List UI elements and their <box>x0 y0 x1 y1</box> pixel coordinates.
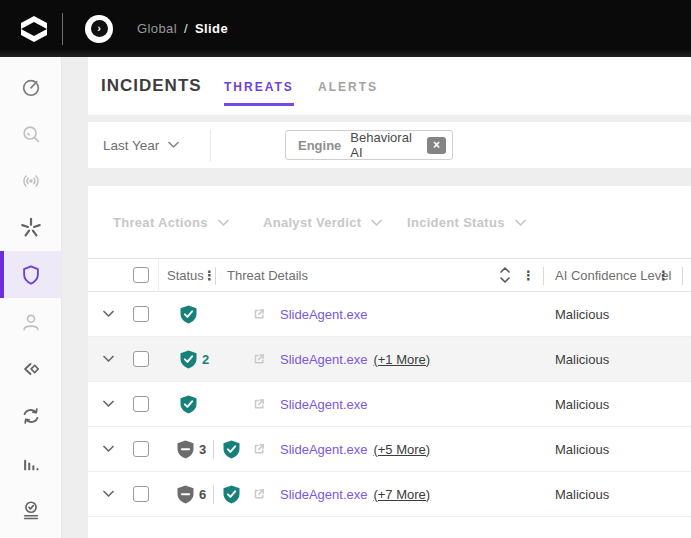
chevron-down-icon <box>515 219 526 227</box>
table-row: 2 SlideAgent.exe (+1 More) Malicious <box>88 337 691 382</box>
threat-file-link[interactable]: SlideAgent.exe <box>280 307 367 322</box>
status-mitigated-shield-icon <box>223 427 240 471</box>
breadcrumb-scope[interactable]: Global <box>137 21 177 36</box>
chip-value: Behavioral AI <box>350 130 418 160</box>
open-threat-icon[interactable] <box>252 442 266 456</box>
chip-field-label: Engine <box>298 138 341 153</box>
row-checkbox[interactable] <box>133 472 149 516</box>
confidence-value: Malicious <box>555 382 609 426</box>
table-row: SlideAgent.exe Malicious <box>88 292 691 337</box>
header-divider <box>215 267 216 285</box>
page-header-band: INCIDENTS THREATS ALERTS <box>88 57 691 115</box>
row-checkbox[interactable] <box>133 382 149 426</box>
unresolved-count: 6 <box>199 472 206 516</box>
sidebar-item-network-discovery[interactable] <box>0 157 61 204</box>
select-all-checkbox[interactable] <box>133 259 149 291</box>
sidebar-item-dashboard[interactable] <box>0 63 61 110</box>
filter-chip-engine[interactable]: Engine Behavioral AI × <box>285 130 453 160</box>
table-row: SlideAgent.exe Malicious <box>88 382 691 427</box>
scope-expand-button[interactable]: › <box>85 15 113 43</box>
sidebar-item-policies[interactable] <box>0 345 61 392</box>
status-unresolved-shield-icon <box>177 427 194 471</box>
gauge-icon <box>20 76 42 98</box>
mitigated-count: 2 <box>202 337 209 381</box>
unresolved-count: 3 <box>199 427 206 471</box>
sort-icon[interactable] <box>500 259 510 291</box>
sidebar-item-singularity[interactable] <box>0 204 61 251</box>
more-threats-link[interactable]: (+7 More) <box>373 487 430 502</box>
row-checkbox[interactable] <box>133 292 149 336</box>
open-threat-icon[interactable] <box>252 397 266 411</box>
sentinel-logo-icon <box>20 15 48 43</box>
analyst-verdict-dropdown[interactable]: Analyst Verdict <box>263 215 382 230</box>
row-expand-chevron[interactable] <box>103 292 117 336</box>
filter-divider <box>210 129 211 161</box>
incident-status-dropdown[interactable]: Incident Status <box>407 215 526 230</box>
breadcrumb-separator: / <box>184 21 188 36</box>
table-row: 3 SlideAgent.exe (+5 More) Malicious <box>88 427 691 472</box>
tab-alerts[interactable]: ALERTS <box>318 80 378 103</box>
analyst-verdict-label: Analyst Verdict <box>263 215 361 230</box>
row-expand-chevron[interactable] <box>103 337 117 381</box>
breadcrumb: Global / Slide <box>137 21 228 36</box>
table-row: 6 SlideAgent.exe (+7 More) Malicious <box>88 472 691 517</box>
threat-file-link[interactable]: SlideAgent.exe <box>280 487 367 502</box>
more-threats-link[interactable]: (+5 More) <box>373 442 430 457</box>
tab-threats[interactable]: THREATS <box>224 80 294 106</box>
shield-icon <box>20 264 42 286</box>
more-threats-link[interactable]: (+1 More) <box>373 352 430 367</box>
threat-file-link[interactable]: SlideAgent.exe <box>280 442 367 457</box>
open-threat-icon[interactable] <box>252 487 266 501</box>
row-expand-chevron[interactable] <box>103 427 117 471</box>
chevron-right-icon: › <box>91 20 108 37</box>
row-expand-chevron[interactable] <box>103 472 117 516</box>
time-range-value: Last Year <box>103 138 159 153</box>
threat-actions-label: Threat Actions <box>113 215 208 230</box>
column-header-threat-details: Threat Details <box>227 259 308 291</box>
threat-actions-dropdown[interactable]: Threat Actions <box>113 215 229 230</box>
page-title: INCIDENTS <box>101 76 202 96</box>
column-header-status: Status <box>167 259 204 291</box>
incidents-screen: › Global / Slide <box>0 0 691 538</box>
confidence-value: Malicious <box>555 472 609 516</box>
sidebar-item-tasks[interactable] <box>0 486 61 533</box>
threats-table-panel: Threat Actions Analyst Verdict Incident … <box>88 186 691 538</box>
row-checkbox[interactable] <box>133 337 149 381</box>
breadcrumb-site[interactable]: Slide <box>195 21 228 36</box>
column-header-ai-confidence: AI Confidence Level <box>555 259 671 291</box>
status-divider <box>213 485 214 504</box>
filter-bar: Last Year Engine Behavioral AI × <box>88 122 691 168</box>
status-mitigated-shield-icon <box>180 292 197 336</box>
row-checkbox[interactable] <box>133 427 149 471</box>
sidebar-item-automation[interactable] <box>0 392 61 439</box>
row-expand-chevron[interactable] <box>103 382 117 426</box>
sidebar-item-users[interactable] <box>0 298 61 345</box>
chevron-down-icon <box>371 219 382 227</box>
top-navigation-bar: › Global / Slide <box>0 0 691 57</box>
threat-file-link[interactable]: SlideAgent.exe <box>280 397 367 412</box>
time-range-dropdown[interactable]: Last Year <box>103 122 179 168</box>
confidence-value: Malicious <box>555 337 609 381</box>
status-unresolved-shield-icon <box>177 472 194 516</box>
sidebar-item-reports[interactable] <box>0 439 61 486</box>
sidebar-item-search[interactable] <box>0 110 61 157</box>
sidebar-item-threats[interactable] <box>0 251 61 298</box>
open-threat-icon[interactable] <box>252 352 266 366</box>
threat-file-link[interactable]: SlideAgent.exe <box>280 352 367 367</box>
chevron-down-icon <box>168 141 179 149</box>
open-threat-icon[interactable] <box>252 307 266 321</box>
person-icon <box>20 311 42 333</box>
seal-check-icon <box>20 499 42 521</box>
ai-confidence-column-menu-icon[interactable]: ⋮ <box>657 259 670 291</box>
chevron-down-icon <box>218 219 229 227</box>
left-nav-sidebar <box>0 57 62 538</box>
chip-close-button[interactable]: × <box>427 137 446 154</box>
header-divider <box>543 267 544 285</box>
header-divider <box>682 267 683 285</box>
confidence-value: Malicious <box>555 292 609 336</box>
table-header-row: Status ⋮ Threat Details ⋮ AI Confidence … <box>88 258 691 292</box>
confidence-value: Malicious <box>555 427 609 471</box>
spark-icon <box>20 217 42 239</box>
status-mitigated-shield-icon <box>223 472 240 516</box>
threat-details-column-menu-icon[interactable]: ⋮ <box>522 259 535 291</box>
